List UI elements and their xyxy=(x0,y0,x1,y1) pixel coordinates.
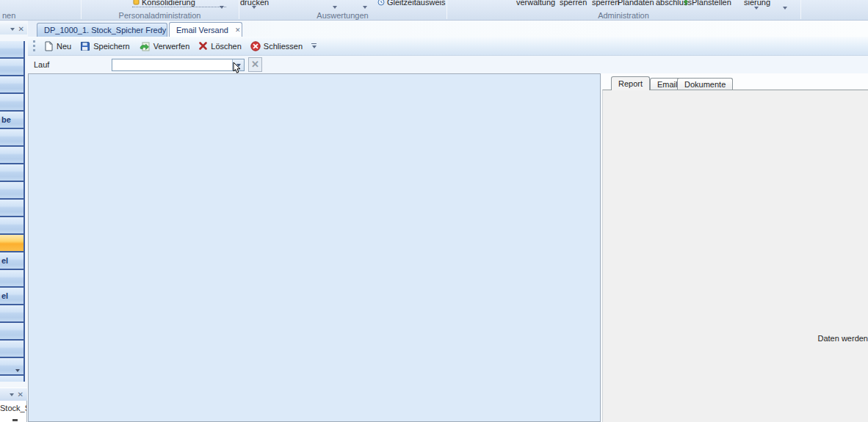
sidebar-list-item[interactable] xyxy=(0,129,25,147)
lauf-form-row: Lauf ✕ xyxy=(28,56,868,73)
tab-email-versand[interactable]: Email Versand ✕ xyxy=(169,22,242,37)
delete-button[interactable]: Löschen xyxy=(194,40,246,52)
sidebar-list-item[interactable] xyxy=(0,323,25,341)
main-content-area xyxy=(28,73,601,422)
sidebar-panel-header: ✕ xyxy=(0,23,27,34)
sidebar-list-item[interactable] xyxy=(0,200,25,217)
panel-close-icon[interactable]: ✕ xyxy=(18,391,23,399)
ribbon-group-label-auswertungen: Auswertungen xyxy=(239,11,446,20)
toolbar-overflow-button[interactable] xyxy=(311,43,317,48)
ribbon-button-gleitzeitausweis[interactable]: Gleitzeitausweis xyxy=(377,0,445,7)
sidebar-list-item[interactable] xyxy=(0,59,25,76)
button-label: Löschen xyxy=(211,42,242,51)
ribbon: Konsolidierung drucken Gleitzeitausweis … xyxy=(0,0,868,21)
tab-dokumente[interactable]: Dokumente xyxy=(677,78,733,90)
ribbon-button-sperren-2[interactable]: sperren xyxy=(592,0,619,7)
sidebar-list-item[interactable]: el xyxy=(0,288,25,305)
panel-close-icon[interactable]: ✕ xyxy=(18,26,24,33)
sidebar-list-item[interactable] xyxy=(0,341,25,358)
ribbon-button-label: verwaltung xyxy=(516,0,555,7)
ribbon-group-label-administration: Administration xyxy=(446,11,800,20)
sidebar-list-item[interactable]: el xyxy=(0,252,25,270)
tab-label: Email xyxy=(657,80,678,89)
button-label: Neu xyxy=(57,42,71,51)
tab-report[interactable]: Report xyxy=(611,76,650,90)
sidebar-list-item[interactable] xyxy=(0,358,25,376)
tab-dp-1000-stock-spicher-fredy[interactable]: DP_1000_1. Stock_Spicher Fredy ✕ xyxy=(37,23,167,37)
delete-icon xyxy=(198,41,208,51)
ribbon-group-label: nen xyxy=(2,11,15,20)
discard-icon xyxy=(139,41,151,51)
tab-label: Report xyxy=(618,79,643,88)
sidebar-list-item[interactable] xyxy=(0,235,25,252)
loading-status-text: Daten werden xyxy=(818,334,868,343)
clipped-text-fragment xyxy=(12,419,18,421)
sidebar-list-item[interactable] xyxy=(0,182,25,200)
ribbon-button-label: Gleitzeitausweis xyxy=(387,0,445,7)
ribbon-group-separator xyxy=(800,0,801,19)
button-label: Verwerfen xyxy=(153,42,190,51)
dropdown-arrow-icon[interactable] xyxy=(754,7,759,10)
close-circle-icon xyxy=(250,41,261,51)
button-label: Speichern xyxy=(93,42,130,51)
button-label: Schliessen xyxy=(264,42,303,51)
ribbon-button-verwaltung[interactable]: verwaltung xyxy=(516,0,555,7)
right-panel: Report Email Dokumente Daten werden xyxy=(601,73,868,422)
save-button[interactable]: Speichern xyxy=(76,40,134,53)
ribbon-button-sperren-1[interactable]: sperren xyxy=(560,0,587,7)
sidebar-bottom-label: Stock_Sp xyxy=(0,404,27,412)
sidebar-list-item[interactable] xyxy=(0,76,25,94)
tab-close-icon[interactable]: ✕ xyxy=(235,26,241,34)
ribbon-button-sierung[interactable]: sierung xyxy=(744,0,770,7)
dropdown-arrow-icon xyxy=(236,64,241,67)
report-panel-content: Daten werden xyxy=(602,90,868,422)
ribbon-button-label: sperren xyxy=(592,0,619,7)
sidebar-list-item[interactable] xyxy=(0,41,25,59)
sidebar-list-item[interactable] xyxy=(0,164,25,182)
toolbar-grip[interactable] xyxy=(33,40,35,51)
panel-dropdown-arrow-icon[interactable] xyxy=(10,393,14,396)
sidebar-list-item[interactable] xyxy=(0,270,25,288)
sidebar-item-list: beelel xyxy=(0,41,25,382)
ribbon-button-label: sierung xyxy=(744,0,770,7)
sidebar-bottom-panel-header: ✕ xyxy=(0,388,27,401)
sidebar-list-overflow-arrow-icon[interactable] xyxy=(15,369,20,372)
consolidation-icon xyxy=(133,0,140,5)
overflow-bar-icon xyxy=(311,43,317,44)
new-button[interactable]: Neu xyxy=(39,40,76,53)
dropdown-arrow-icon[interactable] xyxy=(783,7,787,10)
sidebar-list-item[interactable]: be xyxy=(0,112,25,129)
ribbon-focus-outline xyxy=(132,7,226,7)
ribbon-button-label: sperren xyxy=(560,0,587,7)
ribbon-button-label: Konsolidierung xyxy=(142,0,195,7)
ribbon-button-plandaten[interactable]: Plandaten xyxy=(618,0,654,7)
lauf-combobox[interactable] xyxy=(112,59,245,71)
sidebar-list-item[interactable] xyxy=(0,94,25,112)
lauf-dropdown-button[interactable] xyxy=(232,59,244,70)
tab-label: Dokumente xyxy=(684,80,726,89)
dropdown-arrow-icon[interactable] xyxy=(252,6,256,9)
sidebar-list-item[interactable] xyxy=(0,376,25,382)
ribbon-button-planstellen[interactable]: Planstellen xyxy=(682,0,731,7)
planstellen-icon xyxy=(682,0,690,6)
new-document-icon xyxy=(43,41,54,51)
app-window: Konsolidierung drucken Gleitzeitausweis … xyxy=(0,0,868,422)
dropdown-arrow-icon[interactable] xyxy=(220,6,224,9)
dropdown-arrow-icon[interactable] xyxy=(333,6,337,9)
sidebar-list-item[interactable] xyxy=(0,147,25,164)
lauf-input[interactable] xyxy=(112,59,232,70)
sidebar-list-item[interactable] xyxy=(0,305,25,323)
panel-dropdown-arrow-icon[interactable] xyxy=(10,28,15,31)
document-tab-bar: DP_1000_1. Stock_Spicher Fredy ✕ Email V… xyxy=(28,21,868,37)
close-button[interactable]: Schliessen xyxy=(246,40,307,53)
sidebar-bottom-panel: Stock_Sp xyxy=(0,401,27,422)
toolbar: Neu Speichern Verwerfen Löschen Schliess… xyxy=(28,37,868,56)
ribbon-button-label: Plandaten xyxy=(618,0,654,7)
save-icon xyxy=(80,41,90,51)
discard-button[interactable]: Verwerfen xyxy=(134,40,195,53)
dropdown-arrow-icon[interactable] xyxy=(363,6,367,9)
lauf-clear-button[interactable]: ✕ xyxy=(248,57,262,72)
sidebar-list-item[interactable] xyxy=(0,217,25,235)
left-sidebar: ✕ beelel ✕ Stock_Sp xyxy=(0,21,27,422)
ribbon-button-konsolidierung[interactable]: Konsolidierung xyxy=(133,0,195,7)
